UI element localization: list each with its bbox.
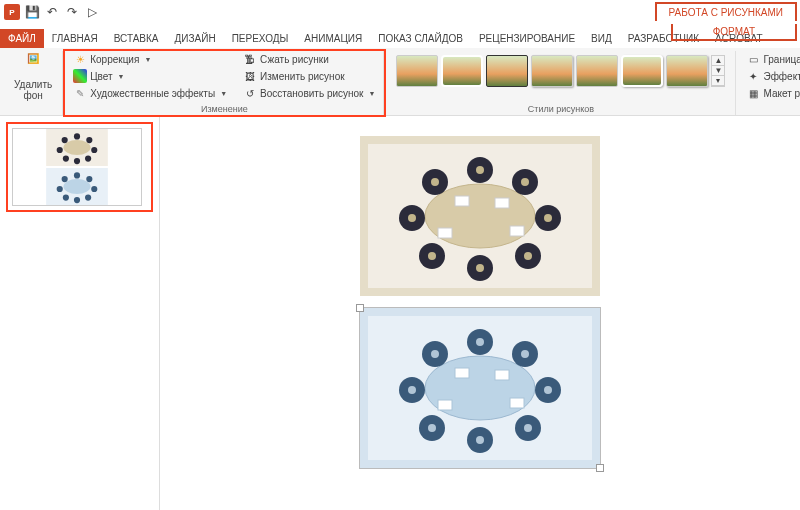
svg-point-58 — [476, 436, 484, 444]
svg-rect-40 — [495, 198, 509, 208]
picture-layout-button[interactable]: ▦Макет рисунка▼ — [744, 85, 800, 101]
svg-point-59 — [428, 424, 436, 432]
tab-review[interactable]: РЕЦЕНЗИРОВАНИЕ — [471, 29, 583, 48]
svg-point-3 — [86, 137, 92, 143]
svg-point-60 — [408, 386, 416, 394]
app-logo-icon: P — [4, 4, 20, 20]
change-picture-button[interactable]: 🖼Изменить рисунок — [241, 68, 377, 84]
start-slideshow-icon[interactable]: ▷ — [84, 4, 100, 20]
style-thumb[interactable] — [486, 55, 528, 87]
ribbon-tabs: ФАЙЛ ГЛАВНАЯ ВСТАВКА ДИЗАЙН ПЕРЕХОДЫ АНИ… — [0, 24, 800, 48]
picture-border-button[interactable]: ▭Граница рисунка▼ — [744, 51, 800, 67]
tab-format[interactable]: ФОРМАТ — [671, 24, 797, 41]
svg-point-57 — [524, 424, 532, 432]
svg-rect-64 — [510, 398, 524, 408]
remove-bg-icon: 🖼️ — [21, 53, 45, 77]
svg-point-6 — [74, 158, 80, 164]
svg-point-54 — [476, 338, 484, 346]
tab-slideshow[interactable]: ПОКАЗ СЛАЙДОВ — [370, 29, 471, 48]
picture-effects-button[interactable]: ✦Эффекты для рисунка▼ — [744, 68, 800, 84]
corrections-button[interactable]: ☀Коррекция▼ — [71, 51, 229, 67]
thumb-image-2 — [13, 168, 141, 205]
color-button[interactable]: Цвет▼ — [71, 68, 229, 84]
svg-point-37 — [408, 214, 416, 222]
svg-rect-41 — [510, 226, 524, 236]
svg-point-15 — [85, 195, 91, 201]
svg-rect-42 — [438, 228, 452, 238]
svg-point-61 — [431, 350, 439, 358]
svg-point-12 — [74, 172, 80, 178]
tab-insert[interactable]: ВСТАВКА — [106, 29, 167, 48]
group-remove-bg: 🖼️ Удалить фон — [4, 51, 63, 115]
svg-point-18 — [57, 186, 63, 192]
group-picture-format: ▭Граница рисунка▼ ✦Эффекты для рисунка▼ … — [738, 51, 800, 115]
picture-original[interactable] — [360, 136, 600, 296]
svg-point-36 — [428, 252, 436, 260]
tab-view[interactable]: ВИД — [583, 29, 620, 48]
tab-file[interactable]: ФАЙЛ — [0, 29, 44, 48]
tab-transitions[interactable]: ПЕРЕХОДЫ — [224, 29, 297, 48]
change-picture-icon: 🖼 — [243, 69, 257, 83]
gallery-more-button[interactable]: ▲▼▾ — [711, 55, 725, 87]
border-icon: ▭ — [746, 52, 760, 66]
style-thumb[interactable] — [396, 55, 438, 87]
tab-animation[interactable]: АНИМАЦИЯ — [296, 29, 370, 48]
svg-point-9 — [62, 137, 68, 143]
svg-rect-39 — [455, 196, 469, 206]
svg-point-16 — [74, 197, 80, 203]
chevron-down-icon: ▼ — [118, 73, 125, 80]
svg-point-4 — [91, 147, 97, 153]
tab-home[interactable]: ГЛАВНАЯ — [44, 29, 106, 48]
color-icon — [73, 69, 87, 83]
chevron-down-icon: ▼ — [369, 90, 376, 97]
slide — [290, 136, 670, 480]
picture-recolored[interactable] — [360, 308, 600, 468]
svg-point-1 — [63, 140, 90, 155]
svg-point-33 — [544, 214, 552, 222]
undo-icon[interactable]: ↶ — [44, 4, 60, 20]
svg-point-56 — [544, 386, 552, 394]
style-thumb[interactable] — [621, 55, 663, 87]
group-label-adjust: Изменение — [65, 104, 383, 114]
svg-point-2 — [74, 133, 80, 139]
style-thumb[interactable] — [531, 55, 573, 87]
artistic-effects-button[interactable]: ✎Художественные эффекты▼ — [71, 85, 229, 101]
group-label-styles: Стили рисунков — [386, 104, 735, 114]
svg-point-8 — [57, 147, 63, 153]
svg-rect-65 — [438, 400, 452, 410]
chevron-down-icon: ▼ — [220, 90, 227, 97]
save-icon[interactable]: 💾 — [24, 4, 40, 20]
slide-thumbnails-panel: 1 — [0, 116, 160, 510]
context-tab-title: РАБОТА С РИСУНКАМИ — [655, 2, 797, 21]
reset-icon: ↺ — [243, 86, 257, 100]
svg-point-35 — [476, 264, 484, 272]
slide-canvas[interactable] — [160, 116, 800, 510]
style-thumb[interactable] — [576, 55, 618, 87]
layout-icon: ▦ — [746, 86, 760, 100]
redo-icon[interactable]: ↷ — [64, 4, 80, 20]
svg-point-14 — [91, 186, 97, 192]
thumb-image-1 — [13, 129, 141, 166]
tab-design[interactable]: ДИЗАЙН — [167, 29, 224, 48]
style-thumb[interactable] — [666, 55, 708, 87]
picture-styles-gallery[interactable]: ▲▼▾ — [392, 51, 729, 87]
slide-thumbnail[interactable]: 1 — [8, 124, 151, 210]
compress-icon: 🗜 — [243, 52, 257, 66]
svg-point-5 — [85, 156, 91, 162]
style-thumb[interactable] — [441, 55, 483, 87]
group-picture-styles: ▲▼▾ Стили рисунков — [386, 51, 736, 115]
sun-icon: ☀ — [73, 52, 87, 66]
remove-background-button[interactable]: 🖼️ Удалить фон — [10, 51, 56, 103]
svg-rect-63 — [495, 370, 509, 380]
svg-point-31 — [476, 166, 484, 174]
workspace: 1 — [0, 116, 800, 510]
reset-picture-button[interactable]: ↺Восстановить рисунок▼ — [241, 85, 377, 101]
svg-point-11 — [63, 179, 90, 194]
svg-point-7 — [63, 156, 69, 162]
compress-pictures-button[interactable]: 🗜Сжать рисунки — [241, 51, 377, 67]
svg-point-19 — [62, 176, 68, 182]
quick-access-toolbar: P 💾 ↶ ↷ ▷ — [4, 4, 100, 20]
brush-icon: ✎ — [73, 86, 87, 100]
remove-bg-label: Удалить фон — [14, 79, 52, 101]
svg-point-13 — [86, 176, 92, 182]
